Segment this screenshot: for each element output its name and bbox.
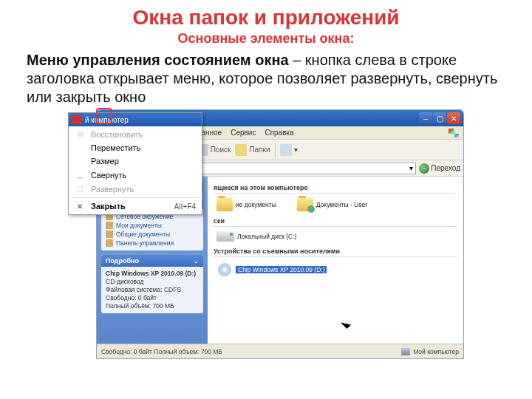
- folders-button[interactable]: Папки: [235, 144, 270, 156]
- folder-icon: [106, 222, 113, 229]
- panel-details: Подробно⌄ Chip Windows XP 2010.09 (D:) C…: [101, 255, 203, 313]
- maximize-button[interactable]: ▢: [433, 112, 446, 124]
- menu-minimize[interactable]: ＿Свернуть: [69, 168, 202, 183]
- menu-move[interactable]: Переместить: [69, 141, 202, 154]
- details-fs: Файловая система: CDFS: [106, 286, 199, 294]
- details-total: Полный объём: 700 МБ: [106, 302, 199, 310]
- item-local-disk[interactable]: Локальный диск (C:): [216, 231, 296, 242]
- control-panel-icon: [106, 239, 113, 247]
- item-cd-drive[interactable]: Chip Windows XP 2010.09 (D:): [216, 262, 327, 278]
- menu-tools[interactable]: Сервис: [231, 129, 256, 137]
- place-controlpanel[interactable]: Панель управления: [106, 239, 199, 248]
- windows-flag-icon: [449, 129, 459, 137]
- content-area[interactable]: ящиеся на этом компьютере ие документы Д…: [208, 177, 463, 344]
- slide-title: Окна папок и приложений: [0, 6, 532, 30]
- menu-help[interactable]: Справка: [265, 129, 293, 137]
- menu-restore: ⧉Восстановить: [69, 128, 202, 141]
- details-name: Chip Windows XP 2010.09 (D:): [106, 270, 199, 278]
- menu-size[interactable]: Размер: [69, 154, 202, 168]
- menu-separator: [72, 197, 199, 198]
- folder-user-icon: [297, 198, 313, 211]
- address-dropdown-icon[interactable]: ▾: [409, 164, 413, 172]
- place-shareddocs[interactable]: Общие документы: [106, 230, 199, 239]
- status-bar: Свободно: 0 байт Полный объем: 700 МБ Мо…: [97, 344, 463, 358]
- details-free: Свободно: 0 байт: [106, 294, 199, 302]
- item-user-docs[interactable]: Документы - User: [297, 198, 367, 211]
- section-disks: ски: [214, 217, 457, 227]
- cd-icon: [216, 262, 233, 278]
- menu-close[interactable]: ✕ЗакрытьAlt+F4: [69, 200, 202, 213]
- highlight-box: [96, 108, 112, 124]
- screenshot-frame: й компьютер – ▢ ✕ Файл Правка Вид Избран…: [68, 109, 464, 380]
- status-right: Мой компьютер: [413, 348, 459, 355]
- section-removable: Устройства со съемными носителями: [214, 248, 457, 257]
- slide-description: Меню управления состоянием окна – кнопка…: [27, 51, 514, 106]
- views-button[interactable]: ▾: [280, 144, 298, 156]
- minimize-icon: ＿: [75, 170, 85, 180]
- slide-subtitle: Основные элементы окна:: [0, 31, 532, 47]
- place-mydocs[interactable]: Мои документы: [106, 221, 199, 230]
- maximize-icon: ☐: [75, 185, 85, 194]
- restore-icon: ⧉: [75, 130, 85, 139]
- go-button[interactable]: →Переход: [419, 163, 460, 174]
- item-shared-docs[interactable]: ие документы: [216, 198, 276, 211]
- collapse-icon[interactable]: ⌄: [194, 258, 199, 265]
- status-left: Свободно: 0 байт Полный объем: 700 МБ: [101, 348, 222, 355]
- close-button[interactable]: ✕: [447, 112, 460, 124]
- menu-maximize: ☐Развернуть: [69, 183, 202, 196]
- close-icon: ✕: [75, 202, 85, 211]
- minimize-button[interactable]: –: [419, 112, 432, 124]
- details-type: CD-дисковод: [106, 278, 199, 286]
- section-files: ящиеся на этом компьютере: [214, 184, 457, 194]
- disk-icon: [216, 231, 234, 242]
- system-menu-header[interactable]: й компьютер: [69, 113, 202, 126]
- system-menu: й компьютер ⧉Восстановить Переместить Ра…: [68, 112, 202, 215]
- window-icon: [72, 115, 82, 124]
- computer-icon: [401, 348, 410, 355]
- folder-icon: [106, 231, 113, 238]
- folder-icon: [216, 198, 233, 211]
- desc-strong: Меню управления состоянием окна: [27, 52, 289, 68]
- panel-details-title[interactable]: Подробно: [106, 257, 139, 265]
